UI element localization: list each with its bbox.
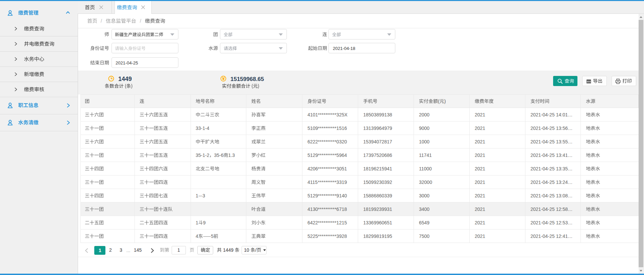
svg-text:): ) bbox=[444, 99, 446, 104]
svg-text:35-1-2: 35-1-2 bbox=[196, 153, 209, 158]
svg-text:5: 5 bbox=[211, 233, 214, 239]
svg-text:**********: ********** bbox=[318, 166, 337, 171]
svg-text:2021-04-25 14:01…: 2021-04-25 14:01… bbox=[530, 112, 573, 117]
svg-text:2021: 2021 bbox=[475, 193, 485, 198]
svg-text:4101: 4101 bbox=[307, 112, 318, 117]
svg-text:2021-04-25: 2021-04-25 bbox=[116, 60, 138, 65]
svg-text:2021: 2021 bbox=[475, 180, 485, 185]
svg-text:**********: ********** bbox=[318, 153, 337, 158]
svg-text:1516: 1516 bbox=[337, 126, 347, 131]
svg-text:1: 1 bbox=[196, 220, 198, 225]
svg-text:2021-04-25 13:55…: 2021-04-25 13:55… bbox=[530, 139, 573, 144]
svg-text:2021: 2021 bbox=[475, 220, 485, 225]
svg-text:15886860339: 15886860339 bbox=[363, 193, 392, 198]
svg-text:2021: 2021 bbox=[475, 126, 485, 131]
svg-text:**********: ********** bbox=[318, 220, 337, 225]
svg-text:**********: ********** bbox=[318, 233, 337, 239]
svg-text:4: 4 bbox=[196, 233, 198, 239]
svg-text:2021: 2021 bbox=[475, 233, 485, 239]
svg-text:(: ( bbox=[438, 99, 440, 104]
svg-text:2021-04-25 12:58…: 2021-04-25 12:58… bbox=[530, 207, 573, 212]
svg-text:13139964979: 13139964979 bbox=[363, 126, 392, 131]
svg-text:4206: 4206 bbox=[307, 166, 318, 171]
svg-text:5964: 5964 bbox=[337, 153, 347, 158]
svg-text:1: 1 bbox=[196, 193, 198, 198]
svg-text:2021-04-25 13:24…: 2021-04-25 13:24… bbox=[530, 180, 573, 185]
svg-text:1215: 1215 bbox=[337, 220, 347, 225]
svg-text:2021-04-25 12:53…: 2021-04-25 12:53… bbox=[530, 220, 573, 225]
svg-text:11000: 11000 bbox=[419, 166, 432, 171]
svg-text:2021: 2021 bbox=[475, 166, 485, 171]
svg-text:**********: ********** bbox=[318, 126, 337, 131]
svg-text:17397520686: 17397520686 bbox=[363, 153, 392, 158]
svg-text:2021-04-25 13:08…: 2021-04-25 13:08… bbox=[530, 193, 573, 198]
svg-text:**********: ********** bbox=[318, 207, 337, 212]
svg-text:18299819195: 18299819195 bbox=[363, 233, 392, 239]
svg-text:**********: ********** bbox=[318, 112, 337, 117]
svg-text:**********: ********** bbox=[318, 139, 337, 144]
svg-text:3400: 3400 bbox=[419, 207, 429, 212]
svg-text:5109: 5109 bbox=[307, 126, 318, 131]
svg-text:1449: 1449 bbox=[118, 75, 132, 82]
svg-text:4130: 4130 bbox=[307, 207, 318, 212]
svg-text:/: / bbox=[101, 18, 102, 24]
svg-text:325X: 325X bbox=[337, 112, 348, 117]
svg-text:5225: 5225 bbox=[307, 233, 318, 239]
svg-text:3051: 3051 bbox=[337, 166, 347, 171]
svg-text:145: 145 bbox=[134, 247, 142, 253]
svg-text:3000: 3000 bbox=[419, 193, 429, 198]
svg-text:1000: 1000 bbox=[419, 139, 429, 144]
svg-text:2021-04-25 13:35…: 2021-04-25 13:35… bbox=[530, 166, 573, 171]
svg-text:11741: 11741 bbox=[419, 153, 432, 158]
svg-text:2000: 2000 bbox=[419, 112, 429, 117]
svg-text:15099230392: 15099230392 bbox=[363, 180, 392, 185]
svg-text:**********: ********** bbox=[318, 180, 337, 185]
svg-text:...: ... bbox=[126, 248, 130, 253]
svg-text:9: 9 bbox=[203, 220, 206, 225]
svg-text:6549: 6549 bbox=[419, 220, 429, 225]
svg-text:33-1-4: 33-1-4 bbox=[196, 126, 209, 131]
svg-text:2021-04-25 13:56…: 2021-04-25 13:56… bbox=[530, 126, 573, 131]
svg-text:2021-04-25 13:41…: 2021-04-25 13:41… bbox=[530, 153, 573, 158]
svg-text:2021: 2021 bbox=[475, 153, 485, 158]
svg-text:6718: 6718 bbox=[337, 207, 347, 212]
svg-text:5129: 5129 bbox=[307, 153, 318, 158]
svg-text:2: 2 bbox=[109, 247, 112, 253]
svg-text:3928: 3928 bbox=[337, 233, 347, 239]
svg-text:7500: 7500 bbox=[419, 233, 429, 239]
svg-text:15159968.65: 15159968.65 bbox=[230, 76, 264, 82]
svg-text:3: 3 bbox=[120, 247, 122, 253]
svg-text:2021-04-25 12:41…: 2021-04-25 12:41… bbox=[530, 233, 573, 239]
svg-text:3319: 3319 bbox=[337, 180, 347, 185]
svg-text:6422: 6422 bbox=[307, 220, 318, 225]
svg-text:6222: 6222 bbox=[307, 139, 318, 144]
svg-text:/: / bbox=[140, 18, 141, 24]
svg-text:13369960651: 13369960651 bbox=[363, 220, 392, 225]
svg-text:1.3: 1.3 bbox=[228, 153, 235, 158]
svg-text:9140: 9140 bbox=[337, 193, 347, 198]
svg-text:1: 1 bbox=[177, 247, 180, 253]
svg-text:**********: ********** bbox=[318, 193, 337, 198]
svg-text:10: 10 bbox=[244, 247, 250, 253]
svg-text:15394072817: 15394072817 bbox=[363, 139, 392, 144]
svg-text:0320: 0320 bbox=[337, 139, 347, 144]
svg-text:18199239931: 18199239931 bbox=[363, 207, 392, 212]
svg-text:2021: 2021 bbox=[475, 207, 485, 212]
svg-text:2021: 2021 bbox=[475, 139, 485, 144]
svg-text:18196215941: 18196215941 bbox=[363, 166, 392, 171]
svg-text:32000: 32000 bbox=[419, 180, 432, 185]
svg-text:1: 1 bbox=[99, 248, 101, 253]
svg-text:18503899138: 18503899138 bbox=[363, 112, 392, 117]
svg-text:5129: 5129 bbox=[307, 193, 318, 198]
svg-text:9000: 9000 bbox=[419, 126, 429, 131]
svg-text:2021: 2021 bbox=[475, 112, 485, 117]
svg-text:35-6: 35-6 bbox=[214, 153, 224, 158]
svg-text:3: 3 bbox=[202, 193, 205, 198]
svg-text:2021-04-18: 2021-04-18 bbox=[333, 46, 355, 51]
svg-text:4115: 4115 bbox=[307, 180, 318, 185]
svg-text:1449: 1449 bbox=[222, 247, 235, 253]
svg-text:/: / bbox=[255, 247, 257, 253]
